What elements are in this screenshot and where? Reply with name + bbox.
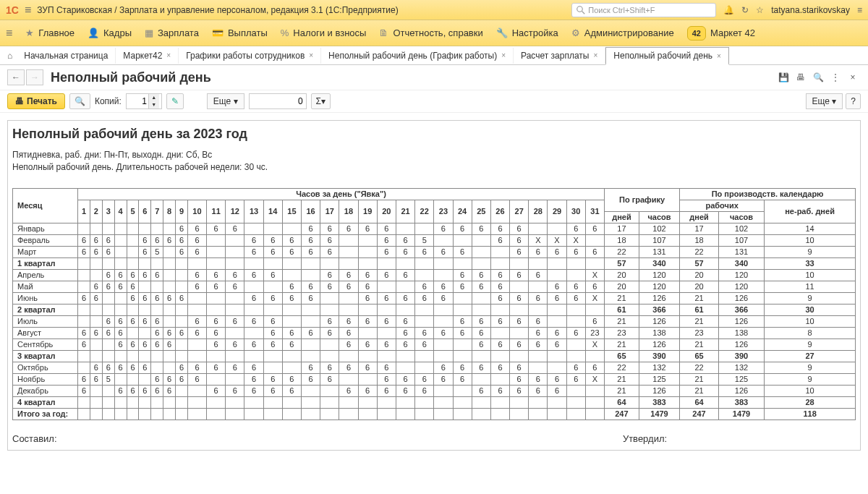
close-icon[interactable]: × <box>166 51 171 59</box>
num-input[interactable] <box>249 93 307 109</box>
copies-spinner[interactable]: ▲▼ <box>126 93 162 109</box>
col-nonwork: не-раб. дней <box>765 200 856 223</box>
nav-main[interactable]: ★Главное <box>25 27 75 38</box>
tab-nepolny[interactable]: Неполный рабочий день× <box>605 47 729 65</box>
app-header: 1С ≡ ЗУП Стариковская / Зарплата и управ… <box>0 0 868 20</box>
col-day-16: 16 <box>302 200 320 223</box>
print-icon[interactable]: 🖶 <box>793 69 809 85</box>
col-day-28: 28 <box>529 200 548 223</box>
tab-start[interactable]: Начальная страница <box>17 48 116 64</box>
col-day-6: 6 <box>139 200 151 223</box>
magnifier-icon: 🔍 <box>75 96 85 106</box>
chevron-down-icon: ▾ <box>832 96 836 106</box>
col-day-9: 9 <box>176 200 188 223</box>
tab-raschet[interactable]: Расчет зарплаты× <box>514 48 605 64</box>
find-icon[interactable]: 🔍 <box>810 69 826 85</box>
schedule-table: МесяцЧасов за день ("Явка")По графикуПо … <box>12 188 856 420</box>
report-frame: Неполный рабочий день за 2023 год Пятидн… <box>7 120 861 451</box>
star-icon[interactable]: ☆ <box>756 5 764 15</box>
page-header: ← → Неполный рабочий день 💾 🖶 🔍 ⋮ × <box>0 65 868 90</box>
row-Октябрь: Октябрь666666666666666666666622132221329 <box>13 362 856 373</box>
col-hours-group: Часов за день ("Явка") <box>78 188 605 200</box>
tabs-bar: ⌂ Начальная страница Маркет42× Графики р… <box>0 46 868 65</box>
save-icon[interactable]: 💾 <box>775 69 791 85</box>
row-Июль: Июль666666666666666666666211262112610 <box>13 315 856 327</box>
col-day-13: 13 <box>244 200 263 223</box>
bell-icon[interactable]: 🔔 <box>723 5 734 15</box>
close-icon[interactable]: × <box>593 51 597 59</box>
row-Декабрь: Декабрь666666666666666666666211262112610 <box>13 385 856 396</box>
nav-nalogi[interactable]: %Налоги и взносы <box>281 27 367 38</box>
more-right-dropdown[interactable]: Еще ▾ <box>806 93 843 109</box>
username-label[interactable]: tatyana.starikovskay <box>771 5 850 15</box>
toolbar: 🖶 Печать 🔍 Копий: ▲▼ ✎ Еще ▾ Σ ▾ Еще ▾ ? <box>0 90 868 113</box>
row-Май: Май66666666666666666666201202012011 <box>13 281 856 292</box>
forward-button[interactable]: → <box>26 69 43 85</box>
nav-vyplaty[interactable]: 💳Выплаты <box>212 27 268 38</box>
col-day-5: 5 <box>127 200 139 223</box>
col-day-19: 19 <box>358 200 377 223</box>
nav-market42[interactable]: 42Маркет 42 <box>687 26 755 41</box>
hamburger-icon[interactable]: ≡ <box>25 4 31 17</box>
menu-icon[interactable]: ≡ <box>857 5 862 15</box>
col-day-15: 15 <box>282 200 301 223</box>
close-icon[interactable]: × <box>501 51 506 59</box>
col-prod-hours: часов <box>718 211 764 223</box>
back-button[interactable]: ← <box>7 69 25 85</box>
copies-field[interactable] <box>127 96 148 106</box>
logo-1c: 1С <box>6 4 19 16</box>
tab-grafik-raboty[interactable]: Неполный рабочий день (График работы)× <box>321 48 514 64</box>
col-day-10: 10 <box>187 200 206 223</box>
home-icon[interactable]: ⌂ <box>7 51 12 61</box>
close-icon[interactable]: × <box>309 51 313 59</box>
nav-kadry[interactable]: 👤Кадры <box>88 27 132 38</box>
report-title: Неполный рабочий день за 2023 год <box>12 127 856 142</box>
nav-settings[interactable]: 🔧Настройка <box>496 27 558 38</box>
history-icon[interactable]: ↻ <box>741 5 749 15</box>
col-sched-hours: часов <box>639 211 679 223</box>
col-prod-days: дней <box>680 211 719 223</box>
row-Июнь: Июнь666666666666666666666X21126211269 <box>13 292 856 304</box>
col-sched: По графику <box>605 188 680 211</box>
help-button[interactable]: ? <box>846 93 861 109</box>
nav-reports[interactable]: 🗎Отчетность, справки <box>379 27 482 38</box>
page-title: Неполный рабочий день <box>51 70 775 85</box>
row-Сентябрь: Сентябрь666666666666666666666X2112621126… <box>13 338 856 350</box>
edit-button[interactable]: ✎ <box>166 93 184 109</box>
row-3 квартал: 3 квартал653906539027 <box>13 350 856 362</box>
search-input[interactable]: Поиск Ctrl+Shift+F <box>571 3 716 17</box>
more-dropdown[interactable]: Еще ▾ <box>207 93 244 109</box>
close-page-icon[interactable]: × <box>845 69 861 85</box>
spin-up[interactable]: ▲ <box>149 94 159 101</box>
col-day-30: 30 <box>566 200 585 223</box>
col-day-14: 14 <box>263 200 282 223</box>
row-Итого за год:: Итого за год:24714792471479118 <box>13 408 856 420</box>
more-icon[interactable]: ⋮ <box>827 69 843 85</box>
tab-market42[interactable]: Маркет42× <box>116 48 179 64</box>
app-title: ЗУП Стариковская / Зарплата и управление… <box>37 5 571 15</box>
printer-icon: 🖶 <box>15 96 24 106</box>
col-day-11: 11 <box>207 200 226 223</box>
row-Август: Август6666666666666666666666232313823138… <box>13 327 856 338</box>
col-day-2: 2 <box>90 200 102 223</box>
sigma-button[interactable]: Σ ▾ <box>311 93 331 109</box>
col-prod: По производств. календарю <box>680 188 856 200</box>
close-icon[interactable]: × <box>717 52 721 60</box>
row-Ноябрь: Ноябрь665666666666666666666X21125211259 <box>13 373 856 385</box>
col-day-7: 7 <box>151 200 163 223</box>
print-button[interactable]: 🖶 Печать <box>7 93 65 109</box>
preview-button[interactable]: 🔍 <box>69 93 90 109</box>
col-day-21: 21 <box>396 200 414 223</box>
col-day-12: 12 <box>226 200 244 223</box>
edit-icon: ✎ <box>171 96 179 106</box>
nav-zarplata[interactable]: ▦Зарплата <box>145 27 199 38</box>
spin-down[interactable]: ▼ <box>149 101 159 108</box>
row-4 квартал: 4 квартал643836438328 <box>13 396 856 408</box>
copies-label: Копий: <box>95 96 122 106</box>
tab-grafiki[interactable]: Графики работы сотрудников× <box>179 48 321 64</box>
chevron-down-icon: ▾ <box>234 96 238 106</box>
col-day-24: 24 <box>453 200 472 223</box>
signature-left: Составил: <box>12 433 434 444</box>
nav-admin[interactable]: ⚙Администрирование <box>571 27 674 38</box>
menu-toggle-icon[interactable]: ≡ <box>6 27 12 40</box>
